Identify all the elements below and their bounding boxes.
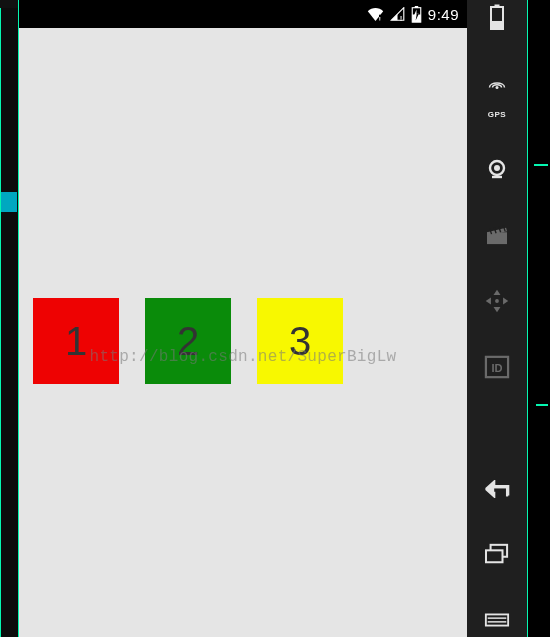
box-label: 3 — [289, 319, 311, 364]
box-2[interactable]: 2 — [145, 298, 231, 384]
status-bar: ! ! 9:49 — [19, 0, 467, 28]
svg-text:ID: ID — [491, 361, 502, 373]
svg-rect-6 — [415, 6, 418, 8]
svg-point-13 — [494, 165, 500, 171]
ide-left-gutter — [0, 8, 19, 637]
clapperboard-icon[interactable] — [480, 220, 514, 250]
marker — [534, 164, 548, 166]
id-icon[interactable]: ID — [480, 352, 514, 382]
ide-selection — [1, 192, 17, 212]
box-label: 2 — [177, 319, 199, 364]
gps-icon[interactable] — [480, 68, 514, 98]
svg-point-16 — [495, 299, 499, 303]
device-screen: ! ! 9:49 — [19, 0, 467, 637]
box-label: 1 — [65, 319, 87, 364]
svg-text:!: ! — [400, 15, 402, 21]
svg-rect-23 — [486, 615, 508, 626]
camera-icon[interactable] — [480, 155, 514, 185]
marker — [536, 404, 548, 406]
overview-icon[interactable] — [480, 539, 514, 569]
box-3[interactable]: 3 — [257, 298, 343, 384]
boxes-row: 1 2 3 — [33, 298, 343, 384]
app-content: 1 2 3 http://blog.csdn.net/SuperBigLw — [19, 28, 467, 637]
gps-label: GPS — [488, 110, 506, 119]
svg-rect-20 — [506, 486, 508, 496]
battery-charging-icon — [411, 6, 422, 23]
box-1[interactable]: 1 — [33, 298, 119, 384]
svg-rect-10 — [491, 21, 503, 29]
wifi-icon: ! — [367, 7, 384, 21]
back-icon[interactable] — [480, 474, 514, 504]
svg-text:!: ! — [378, 16, 380, 21]
svg-rect-9 — [495, 4, 500, 7]
cellular-icon: ! — [390, 7, 405, 21]
svg-rect-22 — [486, 551, 503, 563]
svg-point-11 — [496, 86, 499, 89]
battery-icon[interactable] — [480, 2, 514, 32]
dpad-icon[interactable] — [480, 286, 514, 316]
menu-icon[interactable] — [480, 605, 514, 635]
ide-right-gutter — [526, 0, 550, 637]
emulator-toolbar: GPS — [467, 0, 527, 637]
status-clock: 9:49 — [428, 6, 459, 23]
emulator-window: ! ! 9:49 — [18, 0, 528, 637]
svg-rect-14 — [496, 174, 498, 177]
